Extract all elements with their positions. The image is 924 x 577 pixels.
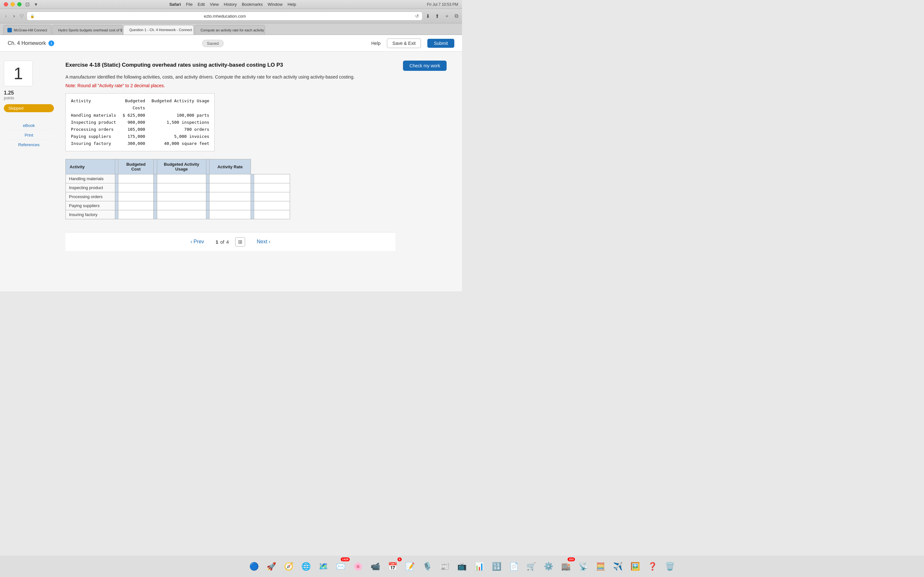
- tab-question1[interactable]: Question 1 - Ch. 4 Homework - Connect: [123, 25, 194, 35]
- menu-bookmarks[interactable]: Bookmarks: [242, 2, 263, 7]
- table-rate-cell-2[interactable]: [254, 192, 290, 201]
- table-usage-cell-3-2[interactable]: [210, 201, 250, 210]
- tab-compute-activity[interactable]: Compute an activity rate for each activi…: [194, 25, 265, 35]
- tab-hydro-sports[interactable]: Hydro Sports budgets overhead cost of $4…: [52, 25, 123, 35]
- table-usage-cell-4-1[interactable]: [157, 210, 206, 219]
- table-cost-input-4[interactable]: [118, 210, 153, 219]
- divider-3-1: [115, 201, 118, 210]
- ref-table-row: Handling materials $ 625,000 100,000 par…: [71, 112, 209, 119]
- titlebar: ⊡ ▾ Safari File Edit View History Bookma…: [0, 0, 462, 9]
- close-button[interactable]: [4, 2, 8, 6]
- next-button[interactable]: Next ›: [252, 237, 275, 247]
- ref-cost: 175,000: [123, 133, 152, 140]
- table-cost-cell-0[interactable]: [118, 174, 153, 183]
- divider-1-3: [206, 183, 210, 192]
- forward-button[interactable]: ›: [11, 13, 17, 19]
- table-rate-input-4[interactable]: [254, 210, 290, 219]
- menu-view[interactable]: View: [210, 2, 219, 7]
- table-rate-input-2[interactable]: [254, 192, 290, 201]
- data-entry-table: Activity Budgeted Cost Budgeted Activity…: [65, 159, 290, 219]
- table-usage-input-2-2[interactable]: [210, 192, 250, 201]
- new-tab-icon[interactable]: ＋: [444, 12, 450, 20]
- table-usage-cell-2-2[interactable]: [210, 192, 250, 201]
- menu-safari[interactable]: Safari: [170, 2, 181, 7]
- table-cost-input-3[interactable]: [118, 201, 153, 210]
- table-cost-cell-1[interactable]: [118, 183, 153, 192]
- table-usage-input-0-1[interactable]: [157, 174, 206, 183]
- col-header-budgeted-cost: Budgeted Cost: [118, 159, 153, 174]
- ref-table-row: Paying suppliers 175,000 5,000 invoices: [71, 133, 209, 140]
- divider-0-1: [115, 174, 118, 183]
- top-nav: Ch. 4 Homework i Saved Help Save & Exit …: [0, 35, 462, 52]
- ref-cost: 300,000: [123, 140, 152, 147]
- col-header-budgeted-usage: Budgeted Activity Usage: [157, 159, 206, 174]
- table-rate-cell-4[interactable]: [254, 210, 290, 219]
- menu-history[interactable]: History: [224, 2, 237, 7]
- table-usage-input-1-2[interactable]: [210, 183, 250, 192]
- table-usage-input-2-1[interactable]: [157, 192, 206, 201]
- skipped-badge[interactable]: Skipped: [4, 104, 54, 112]
- table-cost-cell-3[interactable]: [118, 201, 153, 210]
- table-usage-cell-0-1[interactable]: [157, 174, 206, 183]
- refresh-button[interactable]: ↺: [415, 13, 419, 19]
- table-row: Handling materials: [66, 174, 290, 183]
- back-button[interactable]: ‹: [3, 13, 9, 19]
- maximize-button[interactable]: [17, 2, 21, 6]
- question-area: Exercise 4-18 (Static) Computing overhea…: [58, 55, 403, 258]
- table-usage-cell-4-2[interactable]: [210, 210, 250, 219]
- references-link[interactable]: References: [4, 140, 54, 149]
- table-cost-input-1[interactable]: [118, 183, 153, 192]
- submit-button[interactable]: Submit: [427, 39, 454, 48]
- table-usage-cell-2-1[interactable]: [157, 192, 206, 201]
- divider-3-2: [153, 201, 157, 210]
- sidebar-dropdown[interactable]: ▾: [33, 1, 39, 8]
- print-link[interactable]: Print: [4, 131, 54, 140]
- table-rate-cell-0[interactable]: [254, 174, 290, 183]
- table-usage-input-4-2[interactable]: [210, 210, 250, 219]
- reference-table: Activity Budgeted Costs Budgeted Activit…: [65, 93, 215, 151]
- prev-button[interactable]: ‹ Prev: [186, 237, 209, 247]
- table-cost-cell-2[interactable]: [118, 192, 153, 201]
- grid-view-button[interactable]: ⊞: [235, 237, 245, 247]
- table-rate-cell-3[interactable]: [254, 201, 290, 210]
- table-usage-input-1-1[interactable]: [157, 183, 206, 192]
- table-cost-input-0[interactable]: [118, 174, 153, 183]
- address-text: ezto.mheducation.com: [37, 14, 413, 19]
- table-usage-input-3-2[interactable]: [210, 201, 250, 210]
- total-pages: 4: [226, 239, 229, 245]
- tabs-overview-icon[interactable]: ⧉: [454, 13, 459, 19]
- table-usage-cell-1-2[interactable]: [210, 183, 250, 192]
- sidebar-toggle[interactable]: ⊡: [24, 1, 31, 8]
- menu-file[interactable]: File: [186, 2, 192, 7]
- table-usage-input-4-1[interactable]: [157, 210, 206, 219]
- table-usage-input-0-2[interactable]: [210, 174, 250, 183]
- minimize-button[interactable]: [11, 2, 15, 6]
- table-rate-input-1[interactable]: [254, 183, 290, 192]
- ebook-link[interactable]: eBook: [4, 121, 54, 130]
- table-rate-input-0[interactable]: [254, 174, 290, 183]
- table-usage-input-3-1[interactable]: [157, 201, 206, 210]
- table-cost-cell-4[interactable]: [118, 210, 153, 219]
- help-link[interactable]: Help: [371, 41, 381, 46]
- menu-edit[interactable]: Edit: [198, 2, 205, 7]
- table-usage-cell-0-2[interactable]: [210, 174, 250, 183]
- check-work-container: Check my work: [0, 52, 462, 55]
- tab-mcgrawhill-connect[interactable]: McGraw-Hill Connect: [3, 25, 51, 35]
- table-rate-input-3[interactable]: [254, 201, 290, 210]
- table-cost-input-2[interactable]: [118, 192, 153, 201]
- download-icon[interactable]: ⬇: [425, 13, 431, 20]
- ref-usage: 100,000 parts: [152, 112, 209, 119]
- divider-1-1: [115, 183, 118, 192]
- check-my-work-button[interactable]: Check my work: [403, 61, 447, 71]
- info-icon[interactable]: i: [48, 40, 54, 46]
- menu-help[interactable]: Help: [288, 2, 296, 7]
- table-usage-cell-1-1[interactable]: [157, 183, 206, 192]
- address-bar[interactable]: 🔒 ezto.mheducation.com ↺: [27, 11, 423, 21]
- save-exit-button[interactable]: Save & Exit: [387, 39, 421, 48]
- share-icon[interactable]: ⬆: [435, 13, 440, 20]
- divider-2-1: [115, 192, 118, 201]
- ref-cost: 900,000: [123, 119, 152, 126]
- table-rate-cell-1[interactable]: [254, 183, 290, 192]
- menu-window[interactable]: Window: [268, 2, 282, 7]
- table-usage-cell-3-1[interactable]: [157, 201, 206, 210]
